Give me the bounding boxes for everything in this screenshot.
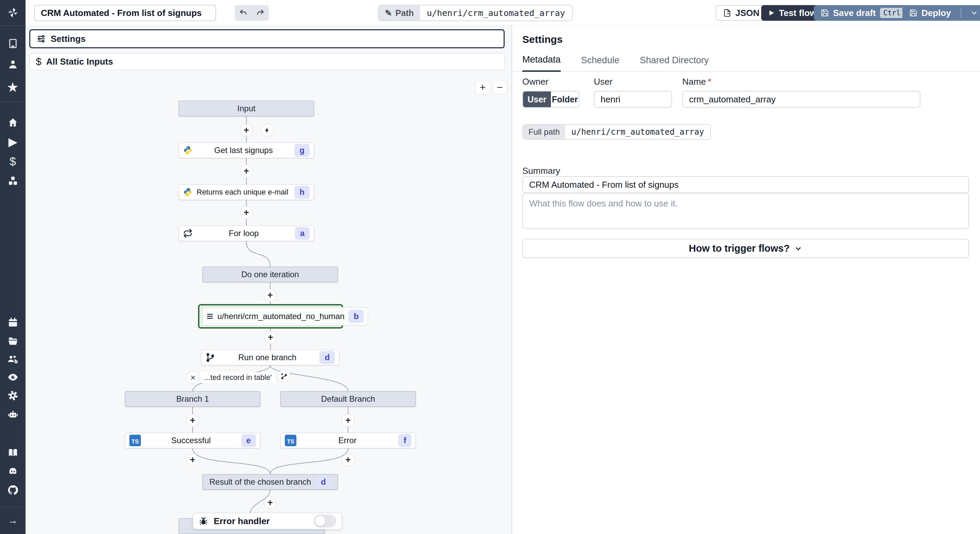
zoom-in-button[interactable]: + — [476, 80, 490, 95]
step-id-badge: e — [241, 434, 256, 447]
path-field[interactable]: ✎ Path u/henri/crm_automated_array — [378, 5, 573, 21]
play-icon — [768, 9, 775, 17]
owner-option-folder[interactable]: Folder — [551, 92, 579, 107]
add-step-button[interactable]: + — [240, 206, 253, 219]
home-icon[interactable] — [0, 115, 25, 130]
summary-input[interactable] — [522, 176, 969, 193]
path-label: ✎ Path — [379, 5, 420, 21]
discord-icon[interactable] — [0, 464, 25, 479]
branch-icon — [205, 353, 215, 362]
deploy-dropdown[interactable] — [966, 9, 980, 17]
zoom-out-button[interactable]: − — [492, 80, 507, 95]
typescript-icon: TS — [129, 435, 141, 446]
error-handler-toggle[interactable] — [314, 515, 336, 528]
add-step-button[interactable]: + — [264, 289, 277, 302]
folder-icon[interactable] — [0, 334, 25, 349]
dollar-icon[interactable]: $ — [0, 154, 25, 169]
save-icon — [909, 9, 917, 17]
flow-node-returns-each[interactable]: Returns each unique e-mail in an array h — [179, 184, 314, 200]
required-marker: * — [708, 76, 711, 87]
description-textarea[interactable] — [522, 193, 969, 229]
add-step-button[interactable]: + — [240, 124, 253, 137]
chevron-down-icon — [970, 9, 978, 17]
flow-node-do-one-iteration[interactable]: Do one iteration — [202, 267, 338, 282]
panel-title: Settings — [522, 34, 563, 45]
flow-node-crm-step-selected[interactable]: ≡ u/henri/crm_automated_no_human b — [198, 304, 343, 329]
kbd-ctrl: Ctrl — [880, 8, 904, 18]
flow-node-successful[interactable]: TS Successful e — [125, 433, 260, 448]
json-button[interactable]: JSON — [716, 5, 767, 21]
save-icon — [821, 9, 829, 17]
person-icon[interactable] — [0, 57, 25, 72]
building-icon[interactable] — [0, 36, 25, 51]
owner-toggle[interactable]: User Folder — [522, 91, 579, 108]
star-icon[interactable]: ★ — [0, 80, 25, 95]
tab-schedule[interactable]: Schedule — [581, 55, 620, 71]
play-icon[interactable]: ▶ — [0, 134, 25, 149]
bug-icon — [199, 516, 208, 526]
user-input[interactable] — [594, 91, 672, 108]
redo-button[interactable] — [252, 5, 269, 21]
name-label: Name* — [682, 76, 711, 87]
add-branch-icon — [280, 372, 288, 380]
owner-option-user[interactable]: User — [523, 92, 551, 107]
windmill-logo[interactable] — [0, 5, 25, 20]
flow-node-branch-1[interactable]: Branch 1 — [125, 391, 260, 407]
trigger-bolt-button[interactable] — [261, 124, 274, 137]
summary-label: Summary — [522, 166, 560, 176]
how-to-trigger-button[interactable]: How to trigger flows? — [522, 239, 969, 258]
sidebar: ★ ▶ $ → — [0, 0, 25, 534]
add-step-button[interactable]: + — [240, 165, 253, 178]
flow-node-get-last-signups[interactable]: Get last signups g — [179, 143, 314, 158]
add-step-button[interactable]: + — [342, 414, 355, 427]
sliders-icon — [37, 34, 46, 43]
python-icon — [183, 146, 192, 155]
users-gear-icon[interactable] — [0, 352, 25, 367]
add-step-button[interactable]: + — [264, 331, 277, 344]
canvas-static-inputs-item[interactable]: $ All Static Inputs — [29, 53, 504, 70]
undo-button[interactable] — [235, 5, 252, 21]
add-step-button[interactable]: + — [342, 453, 355, 466]
add-step-button[interactable]: + — [264, 496, 277, 509]
calendar-icon[interactable] — [0, 315, 25, 330]
path-value: u/henri/crm_automated_array — [420, 5, 572, 21]
github-icon[interactable] — [0, 483, 25, 497]
full-path-field: Full path u/henri/crm_automated_array — [522, 124, 711, 140]
flow-node-run-one-branch[interactable]: Run one branch d — [201, 350, 339, 365]
flow-title-input[interactable] — [34, 5, 216, 21]
remove-branch-button[interactable]: × — [186, 371, 199, 384]
canvas-settings-item[interactable]: Settings — [29, 29, 504, 48]
user-label: User — [594, 76, 612, 87]
step-id-badge: a — [295, 227, 310, 240]
add-step-button[interactable]: + — [186, 414, 199, 427]
deploy-button[interactable]: Deploy — [902, 5, 980, 21]
step-id-badge: h — [294, 186, 310, 199]
flow-node-for-loop[interactable]: For loop a — [179, 226, 314, 241]
typescript-icon: TS — [285, 435, 296, 446]
sidebar-divider — [0, 25, 25, 26]
flow-node-input[interactable]: Input — [179, 101, 314, 116]
hamburger-icon: ≡ — [207, 312, 213, 321]
pencil-icon: ✎ — [385, 8, 392, 18]
error-handler-card[interactable]: Error handler — [193, 513, 342, 529]
flow-node-default-branch[interactable]: Default Branch — [280, 391, 416, 407]
name-input[interactable] — [682, 91, 920, 108]
flow-node-result[interactable]: Result of the chosen branch d — [202, 474, 338, 490]
book-icon[interactable] — [0, 445, 25, 460]
dollar-icon: $ — [36, 56, 41, 67]
tab-metadata[interactable]: Metadata — [522, 54, 561, 72]
chevron-down-icon — [794, 244, 803, 253]
eye-icon[interactable] — [0, 370, 25, 385]
panel-divider[interactable] — [511, 25, 512, 534]
flow-node-error[interactable]: TS Error f — [280, 433, 416, 448]
tab-shared-directory[interactable]: Shared Directory — [640, 55, 709, 71]
add-branch-button[interactable] — [278, 370, 291, 383]
gear-icon[interactable] — [0, 388, 25, 403]
settings-panel: Settings Metadata Schedule Shared Direct… — [512, 25, 980, 534]
add-step-button[interactable]: + — [186, 453, 199, 466]
cubes-icon[interactable] — [0, 173, 25, 188]
robot-icon[interactable] — [0, 407, 25, 422]
flow-canvas[interactable]: Settings $ All Static Inputs + − Input +… — [25, 25, 511, 534]
python-icon — [183, 188, 192, 197]
arrow-right-icon[interactable]: → — [0, 513, 25, 528]
